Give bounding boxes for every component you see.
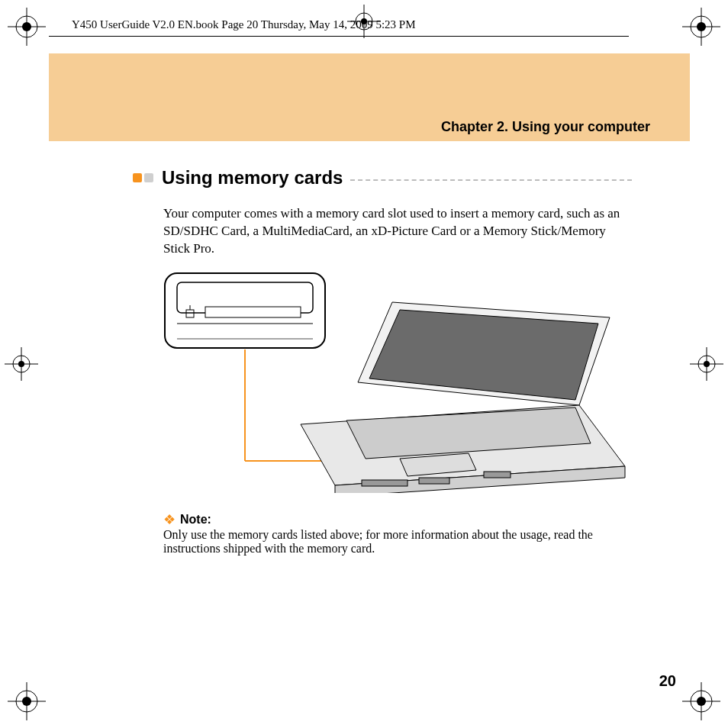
crop-mark-icon	[682, 682, 720, 720]
section-heading: Using memory cards	[133, 167, 632, 188]
page-number: 20	[659, 672, 676, 690]
svg-rect-45	[419, 478, 449, 484]
crop-mark-icon	[8, 682, 46, 720]
svg-rect-46	[484, 472, 511, 478]
section-title: Using memory cards	[162, 167, 343, 188]
running-head: Y450 UserGuide V2.0 EN.book Page 20 Thur…	[49, 17, 685, 33]
leader-line	[350, 179, 632, 181]
chapter-banner: Chapter 2. Using your computer	[49, 53, 690, 141]
note-text: Only use the memory cards listed above; …	[163, 528, 632, 556]
note-label: Note:	[180, 513, 211, 527]
svg-rect-32	[205, 307, 301, 317]
note-heading: ❖ Note:	[163, 513, 632, 527]
bullet-icon	[144, 173, 153, 182]
registration-mark-icon	[5, 347, 38, 381]
registration-mark-icon	[690, 347, 723, 381]
intro-paragraph: Your computer comes with a memory card s…	[163, 205, 632, 258]
crop-mark-icon	[682, 8, 720, 46]
chapter-title: Chapter 2. Using your computer	[441, 119, 650, 135]
header-rule	[49, 36, 629, 37]
illustration	[163, 272, 632, 493]
crop-mark-icon	[8, 8, 46, 46]
svg-rect-44	[362, 480, 407, 486]
note-marker-icon: ❖	[163, 513, 176, 527]
bullet-icon	[133, 173, 142, 182]
